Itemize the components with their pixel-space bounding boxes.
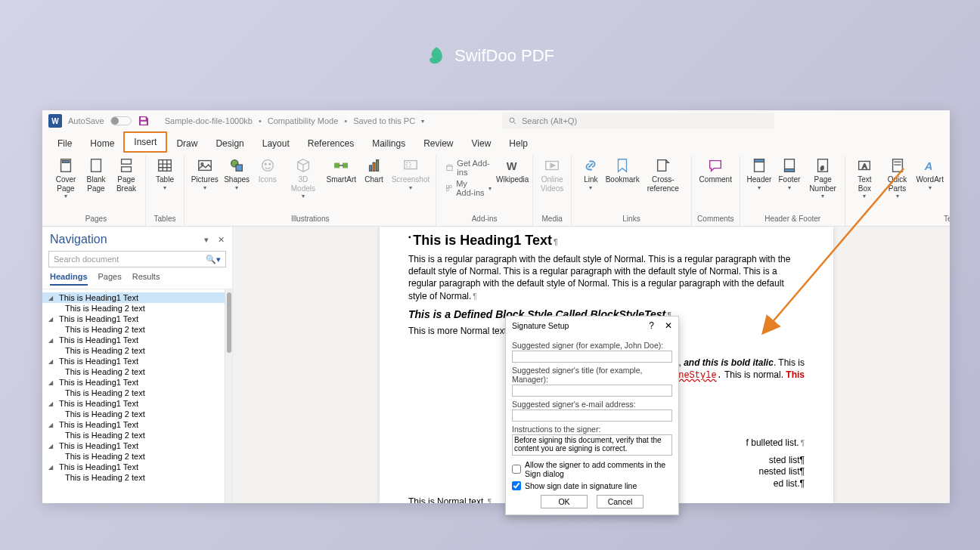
group-addins: Get Add-ins My Add-ins▾ WWikipedia Add-i… xyxy=(436,156,533,226)
nav-close-icon[interactable]: ✕ xyxy=(218,235,225,245)
nav-title: Navigation xyxy=(50,233,107,246)
nav-heading-item[interactable]: ◢This is Heading1 Text xyxy=(42,356,225,366)
nav-heading-item[interactable]: This is Heading 2 text xyxy=(42,324,225,335)
wordart-icon: A xyxy=(922,157,938,174)
bookmark-icon xyxy=(614,157,631,174)
nav-options-caret[interactable]: ▾ xyxy=(204,235,209,245)
dialog-close-icon[interactable]: ✕ xyxy=(665,320,672,331)
svg-point-18 xyxy=(269,163,271,165)
word-app-icon: W xyxy=(48,114,62,128)
tab-home[interactable]: Home xyxy=(81,134,123,153)
svg-rect-6 xyxy=(122,167,132,171)
nav-heading-item[interactable]: This is Heading 2 text xyxy=(42,366,225,377)
table-button[interactable]: Table▾ xyxy=(150,156,179,213)
nav-heading-item[interactable]: ◢This is Heading1 Text xyxy=(42,440,225,451)
cover-page-button[interactable]: Cover Page▾ xyxy=(51,156,80,213)
ok-button[interactable]: OK xyxy=(541,495,588,508)
autosave-toggle[interactable] xyxy=(110,116,132,125)
svg-rect-27 xyxy=(447,186,449,188)
nav-search-input[interactable]: Search document 🔍▾ xyxy=(48,251,226,267)
svg-rect-4 xyxy=(91,159,101,172)
bookmark-button[interactable]: Bookmark xyxy=(606,156,638,213)
brand-banner: SwifDoo PDF xyxy=(426,45,554,66)
smartart-button[interactable]: SmartArt xyxy=(324,156,358,213)
svg-point-17 xyxy=(265,163,266,165)
nav-tree[interactable]: ◢This is Heading1 TextThis is Heading 2 … xyxy=(42,289,225,503)
signer-title-input[interactable] xyxy=(512,385,672,397)
nav-tab-headings[interactable]: Headings xyxy=(50,272,88,286)
wikipedia-button[interactable]: WWikipedia xyxy=(498,156,528,213)
tab-mailings[interactable]: Mailings xyxy=(363,134,414,153)
3d-models-button[interactable]: 3D Models▾ xyxy=(284,156,323,213)
nav-heading-item[interactable]: ◢This is Heading1 Text xyxy=(42,377,225,388)
footer-icon xyxy=(781,157,798,174)
tab-references[interactable]: References xyxy=(299,134,363,153)
title-search-box[interactable]: Search (Alt+Q) xyxy=(502,113,774,129)
link-button[interactable]: Link▾ xyxy=(576,156,605,213)
nav-heading-item[interactable]: This is Heading 2 text xyxy=(42,345,225,356)
tab-review[interactable]: Review xyxy=(414,134,462,153)
get-addins-button[interactable]: Get Add-ins xyxy=(445,159,491,177)
nav-heading-item[interactable]: ◢This is Heading1 Text xyxy=(42,335,225,345)
nav-heading-item[interactable]: ◢This is Heading1 Text xyxy=(42,462,225,472)
allow-comments-checkbox[interactable] xyxy=(512,465,521,474)
tab-draw[interactable]: Draw xyxy=(167,134,206,153)
footer-button[interactable]: Footer▾ xyxy=(775,156,804,213)
nav-heading-item[interactable]: This is Heading 2 text xyxy=(42,303,225,314)
link-icon xyxy=(582,157,599,174)
search-icon xyxy=(508,116,517,125)
chart-button[interactable]: Chart xyxy=(360,156,389,213)
blank-page-icon xyxy=(88,157,104,174)
tab-layout[interactable]: Layout xyxy=(253,134,299,153)
signature-setup-dialog: Signature Setup ? ✕ Suggested signer (fo… xyxy=(505,316,679,515)
nav-scrollbar[interactable] xyxy=(225,289,232,503)
nav-heading-item[interactable]: This is Heading 2 text xyxy=(42,430,225,440)
wordart-button[interactable]: AWordArt▾ xyxy=(916,156,944,213)
titlebar: W AutoSave Sample-doc-file-1000kb • Comp… xyxy=(42,110,950,131)
nav-heading-item[interactable]: ◢This is Heading1 Text xyxy=(42,292,225,303)
text-box-button[interactable]: AText Box▾ xyxy=(850,156,879,213)
tab-help[interactable]: Help xyxy=(500,134,537,153)
nav-heading-item[interactable]: ◢This is Heading1 Text xyxy=(42,314,225,324)
nav-tab-results[interactable]: Results xyxy=(132,272,160,286)
nav-heading-item[interactable]: ◢This is Heading1 Text xyxy=(42,398,225,409)
blank-page-button[interactable]: Blank Page xyxy=(82,156,110,213)
page-number-button[interactable]: #Page Number▾ xyxy=(805,156,840,213)
quick-parts-button[interactable]: Quick Parts▾ xyxy=(880,156,913,213)
instructions-textarea[interactable] xyxy=(512,434,672,456)
swifdoo-logo-icon xyxy=(426,45,447,66)
doc-name: Sample-doc-file-1000kb xyxy=(165,116,253,125)
tab-file[interactable]: File xyxy=(48,134,81,153)
screenshot-button[interactable]: Screenshot▾ xyxy=(390,156,432,213)
icons-button[interactable]: Icons xyxy=(253,156,282,213)
shapes-button[interactable]: Shapes▾ xyxy=(222,156,251,213)
my-addins-button[interactable]: My Add-ins▾ xyxy=(445,179,491,197)
show-date-checkbox[interactable] xyxy=(512,481,521,490)
signer-email-input[interactable] xyxy=(512,409,672,422)
pictures-button[interactable]: Pictures▾ xyxy=(189,156,220,213)
comment-button[interactable]: Comment xyxy=(696,156,735,213)
dialog-help-icon[interactable]: ? xyxy=(649,320,654,331)
nav-heading-item[interactable]: This is Heading 2 text xyxy=(42,409,225,419)
svg-line-1 xyxy=(514,122,516,125)
cancel-button[interactable]: Cancel xyxy=(597,495,644,508)
tab-view[interactable]: View xyxy=(463,134,501,153)
tab-insert[interactable]: Insert xyxy=(123,131,167,153)
nav-heading-item[interactable]: ◢This is Heading1 Text xyxy=(42,419,225,430)
table-icon xyxy=(157,157,173,174)
nav-heading-item[interactable]: This is Heading 2 text xyxy=(42,451,225,462)
drop-cap-button[interactable]: ADrop Cap▾ xyxy=(946,156,950,213)
group-pages: Cover Page▾ Blank Page Page Break Pages xyxy=(47,156,146,226)
cross-reference-button[interactable]: Cross-reference xyxy=(640,156,687,213)
nav-heading-item[interactable]: This is Heading 2 text xyxy=(42,472,225,483)
header-button[interactable]: Header▾ xyxy=(745,156,774,213)
save-icon[interactable] xyxy=(138,115,150,127)
page-break-button[interactable]: Page Break xyxy=(112,156,141,213)
screenshot-icon xyxy=(402,157,419,174)
signer-input[interactable] xyxy=(512,351,672,363)
header-icon xyxy=(751,157,768,174)
nav-heading-item[interactable]: This is Heading 2 text xyxy=(42,388,225,398)
online-videos-button[interactable]: Online Videos xyxy=(538,156,566,213)
nav-tab-pages[interactable]: Pages xyxy=(98,272,122,286)
tab-design[interactable]: Design xyxy=(206,134,253,153)
